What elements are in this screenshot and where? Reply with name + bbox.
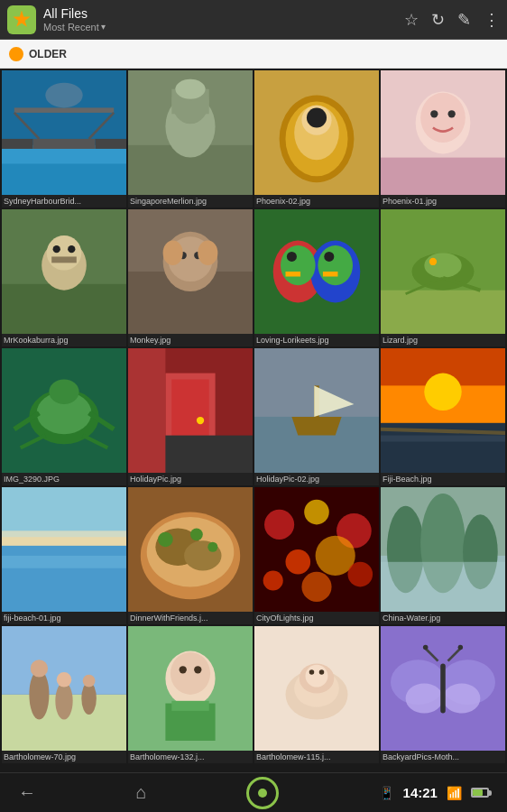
photo-cell[interactable]: Bartholomew-70.jpg	[2, 626, 126, 763]
photo-label: SingaporeMerlion.jpg	[128, 195, 253, 208]
svg-point-42	[198, 241, 217, 266]
back-button[interactable]: ←	[18, 782, 36, 803]
svg-point-123	[83, 675, 96, 687]
photo-thumb	[254, 626, 379, 751]
svg-point-41	[163, 241, 183, 266]
star-button[interactable]: ☆	[404, 10, 419, 30]
svg-point-55	[424, 253, 461, 278]
photo-cell[interactable]: fiji-beach-01.jpg	[2, 487, 126, 624]
photo-label: Phoenix-02.jpg	[254, 195, 379, 208]
svg-point-121	[31, 660, 48, 677]
svg-point-103	[304, 500, 329, 525]
app-subtitle: Most Recent ▾	[43, 22, 404, 32]
photo-thumb	[2, 209, 126, 334]
photo-cell[interactable]: Phoenix-02.jpg	[254, 70, 379, 208]
photo-cell[interactable]: HolidayPic-02.jpg	[254, 348, 379, 485]
photo-cell[interactable]: IMG_3290.JPG	[2, 348, 126, 485]
svg-point-47	[318, 245, 353, 285]
edit-button[interactable]: ✎	[457, 10, 471, 30]
svg-point-49	[324, 252, 334, 262]
photo-cell[interactable]: HolidayPic.jpg	[128, 348, 253, 485]
photo-label: SydneyHarbourBrid...	[2, 195, 126, 208]
svg-rect-29	[2, 284, 126, 334]
photo-cell[interactable]: Bartholomew-132.j...	[128, 626, 253, 763]
svg-point-141	[406, 683, 443, 713]
photo-thumb	[381, 70, 505, 195]
svg-point-102	[264, 510, 294, 540]
photo-cell[interactable]: Loving-Lorikeets.jpg	[254, 209, 379, 346]
svg-point-108	[348, 562, 373, 587]
svg-point-142	[443, 683, 480, 713]
photo-cell[interactable]: Fiji-Beach.jpg	[381, 348, 505, 485]
svg-point-31	[47, 235, 82, 271]
photo-grid: SydneyHarbourBrid... SingaporeMerlion.jp…	[0, 69, 507, 765]
photo-cell[interactable]: MrKookaburra.jpg	[2, 209, 126, 346]
app-icon	[7, 5, 36, 34]
battery-icon	[471, 788, 489, 798]
photo-label: China-Water.jpg	[381, 612, 505, 624]
svg-point-137	[319, 669, 325, 675]
svg-point-9	[45, 83, 82, 108]
svg-point-105	[286, 549, 311, 575]
photo-thumb	[128, 626, 253, 751]
svg-point-48	[287, 252, 297, 262]
bottom-bar: ← ⌂ 📱 14:21 📶	[0, 772, 507, 812]
photo-cell[interactable]: SydneyHarbourBrid...	[2, 70, 126, 208]
photo-cell[interactable]: Bartholomew-115.j...	[254, 626, 379, 763]
svg-rect-89	[2, 537, 126, 612]
svg-rect-115	[381, 562, 505, 612]
photo-cell[interactable]: Monkey.jpg	[128, 209, 253, 346]
bottom-right-status: 📱 14:21 📶	[379, 785, 489, 800]
wifi-icon: 📶	[447, 786, 462, 800]
svg-point-26	[448, 110, 456, 117]
svg-point-21	[307, 107, 327, 127]
svg-rect-2	[2, 164, 126, 196]
svg-rect-90	[2, 556, 126, 568]
svg-rect-92	[2, 487, 126, 537]
svg-point-32	[53, 245, 60, 253]
app-title: All Files	[43, 6, 404, 22]
svg-point-127	[180, 666, 187, 673]
photo-cell[interactable]: BackyardPics-Moth...	[381, 626, 505, 763]
photo-label: Monkey.jpg	[128, 334, 253, 346]
svg-point-71	[197, 417, 204, 424]
photo-label: Bartholomew-70.jpg	[2, 751, 126, 763]
photo-label: fiji-beach-01.jpg	[2, 612, 126, 624]
svg-rect-6	[33, 139, 96, 149]
photo-label: BackyardPics-Moth...	[381, 751, 505, 763]
section-header: OLDER	[0, 40, 507, 69]
photo-cell[interactable]: DinnerWithFriends.j...	[128, 487, 253, 624]
svg-rect-8	[96, 139, 127, 149]
svg-point-25	[430, 110, 438, 117]
photo-thumb	[128, 487, 253, 612]
svg-rect-86	[381, 436, 505, 442]
photo-thumb	[2, 626, 126, 751]
photo-thumb	[254, 70, 379, 195]
svg-point-119	[55, 682, 72, 719]
svg-point-100	[207, 542, 217, 552]
battery-fill	[473, 789, 483, 796]
photo-thumb	[128, 348, 253, 473]
photo-label: Phoenix-01.jpg	[381, 195, 505, 208]
photo-label: Lizard.jpg	[381, 334, 505, 346]
subtitle-arrow[interactable]: ▾	[101, 22, 106, 32]
recent-apps-button[interactable]	[246, 777, 279, 809]
older-clock-icon	[9, 47, 23, 61]
photo-label: DinnerWithFriends.j...	[128, 612, 253, 624]
home-button[interactable]: ⌂	[136, 782, 147, 803]
photo-label: Loving-Lorikeets.jpg	[254, 334, 379, 346]
svg-point-15	[175, 79, 205, 99]
more-button[interactable]: ⋮	[484, 10, 500, 30]
photo-cell[interactable]: SingaporeMerlion.jpg	[128, 70, 253, 208]
svg-rect-73	[128, 348, 165, 473]
photo-cell[interactable]: China-Water.jpg	[381, 487, 505, 624]
svg-point-46	[281, 245, 316, 285]
svg-point-33	[68, 245, 75, 253]
svg-rect-27	[381, 158, 505, 195]
photo-cell[interactable]: Lizard.jpg	[381, 209, 505, 346]
photo-cell[interactable]: CityOfLights.jpg	[254, 487, 379, 624]
svg-rect-3	[14, 107, 114, 113]
photo-cell[interactable]: Phoenix-01.jpg	[381, 70, 505, 208]
refresh-button[interactable]: ↻	[431, 10, 445, 30]
svg-rect-34	[51, 256, 77, 263]
